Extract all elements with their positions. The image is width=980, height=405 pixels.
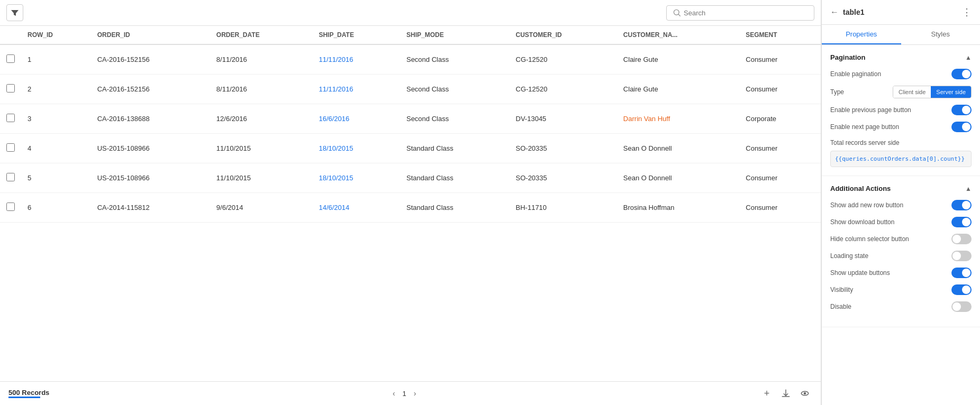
- header-ship-mode[interactable]: SHIP_MODE: [400, 26, 510, 44]
- table-row: 3 CA-2016-138688 12/6/2016 16/6/2016 Sec…: [0, 104, 821, 134]
- blue-bar: [8, 397, 40, 398]
- toolbar: [0, 0, 821, 26]
- tab-properties[interactable]: Properties: [822, 25, 901, 44]
- cell-order-id: CA-2016-152156: [91, 75, 210, 104]
- download-button[interactable]: [778, 386, 793, 401]
- pagination-section-header[interactable]: Pagination ▲: [830, 53, 972, 61]
- cell-row-id: 3: [21, 104, 91, 134]
- show-add-row-toggle[interactable]: [951, 200, 972, 210]
- next-page-button[interactable]: ›: [411, 387, 420, 400]
- cell-ship-date: 14/6/2014: [312, 193, 400, 223]
- show-add-row-row: Show add new row button: [830, 200, 972, 210]
- header-ship-date[interactable]: SHIP_DATE: [312, 26, 400, 44]
- server-side-button[interactable]: Server side: [931, 86, 971, 98]
- cell-order-date: 8/11/2016: [210, 75, 313, 104]
- row-checkbox-cell: [0, 44, 21, 75]
- show-download-label: Show download button: [830, 218, 951, 226]
- show-add-row-slider: [951, 200, 972, 210]
- cell-customer-id: SO-20335: [510, 163, 617, 193]
- cell-customer-name: Claire Gute: [617, 75, 739, 104]
- cell-order-id: CA-2014-115812: [91, 193, 210, 223]
- header-customer-name[interactable]: CUSTOMER_NA...: [617, 26, 739, 44]
- disable-label: Disable: [830, 303, 951, 310]
- additional-actions-header[interactable]: Additional Actions ▲: [830, 185, 972, 192]
- ship-date-link[interactable]: 16/6/2016: [319, 115, 349, 123]
- additional-actions-title: Additional Actions: [830, 185, 891, 192]
- cell-row-id: 1: [21, 44, 91, 75]
- customer-name-text: Claire Gute: [623, 56, 658, 63]
- header-row-id[interactable]: ROW_ID: [21, 26, 91, 44]
- table-body: 1 CA-2016-152156 8/11/2016 11/11/2016 Se…: [0, 44, 821, 223]
- enable-pagination-row: Enable pagination: [830, 69, 972, 79]
- header-checkbox-col: [0, 26, 21, 44]
- cell-customer-name: Claire Gute: [617, 44, 739, 75]
- back-button[interactable]: ←: [830, 7, 839, 17]
- row-checkbox[interactable]: [6, 54, 15, 63]
- cell-customer-name: Sean O Donnell: [617, 163, 739, 193]
- enable-prev-toggle[interactable]: [951, 105, 972, 115]
- filter-button[interactable]: [6, 4, 23, 21]
- cell-ship-date: 16/6/2016: [312, 104, 400, 134]
- pagination-title: Pagination: [830, 53, 865, 61]
- hide-column-selector-row: Hide column selector button: [830, 234, 972, 244]
- header-order-id[interactable]: ORDER_ID: [91, 26, 210, 44]
- show-update-buttons-slider: [951, 268, 972, 278]
- cell-segment: Consumer: [739, 44, 821, 75]
- data-table: ROW_ID ORDER_ID ORDER_DATE SHIP_DATE SHI…: [0, 26, 821, 223]
- main-table-area: ROW_ID ORDER_ID ORDER_DATE SHIP_DATE SHI…: [0, 0, 821, 405]
- show-download-toggle[interactable]: [951, 217, 972, 227]
- row-checkbox[interactable]: [6, 202, 15, 211]
- header-segment[interactable]: SEGMENT: [739, 26, 821, 44]
- show-update-buttons-toggle[interactable]: [951, 268, 972, 278]
- cell-ship-mode: Second Class: [400, 44, 510, 75]
- total-records-input[interactable]: {{queries.countOrders.data[0].count}}: [830, 151, 972, 167]
- search-input[interactable]: [684, 9, 807, 17]
- additional-actions-section: Additional Actions ▲ Show add new row bu…: [822, 176, 980, 327]
- visibility-toggle[interactable]: [951, 284, 972, 295]
- prev-page-button[interactable]: ‹: [389, 387, 398, 400]
- cell-ship-date: 11/11/2016: [312, 44, 400, 75]
- ship-date-link[interactable]: 18/10/2015: [319, 174, 353, 182]
- row-checkbox-cell: [0, 104, 21, 134]
- ship-date-link[interactable]: 14/6/2014: [319, 204, 349, 211]
- pagination-controls: ‹ 1 ›: [389, 387, 420, 400]
- panel-menu-button[interactable]: ⋮: [962, 6, 972, 18]
- table-footer: 500 Records ‹ 1 › +: [0, 381, 821, 405]
- hide-column-selector-toggle[interactable]: [951, 234, 972, 244]
- cell-order-id: CA-2016-138688: [91, 104, 210, 134]
- ship-date-link[interactable]: 18/10/2015: [319, 144, 353, 152]
- enable-prev-row: Enable previous page button: [830, 105, 972, 115]
- row-checkbox[interactable]: [6, 143, 15, 152]
- view-button[interactable]: [797, 386, 812, 401]
- enable-next-toggle[interactable]: [951, 122, 972, 132]
- enable-prev-label: Enable previous page button: [830, 106, 951, 114]
- cell-customer-id: BH-11710: [510, 193, 617, 223]
- loading-state-label: Loading state: [830, 252, 951, 260]
- ship-date-link[interactable]: 11/11/2016: [319, 56, 353, 63]
- hide-column-selector-slider: [951, 234, 972, 244]
- cell-customer-name: Darrin Van Huff: [617, 104, 739, 134]
- filter-icon: [11, 9, 19, 16]
- header-order-date[interactable]: ORDER_DATE: [210, 26, 313, 44]
- row-checkbox[interactable]: [6, 114, 15, 122]
- show-download-slider: [951, 217, 972, 227]
- cell-row-id: 6: [21, 193, 91, 223]
- records-count: 500 Records: [8, 389, 49, 398]
- loading-state-toggle[interactable]: [951, 251, 972, 261]
- table-container: ROW_ID ORDER_ID ORDER_DATE SHIP_DATE SHI…: [0, 26, 821, 381]
- add-row-button[interactable]: +: [759, 386, 774, 401]
- client-side-button[interactable]: Client side: [893, 86, 931, 98]
- type-row: Type Client side Server side: [830, 86, 972, 98]
- row-checkbox[interactable]: [6, 84, 15, 93]
- header-customer-id[interactable]: CUSTOMER_ID: [510, 26, 617, 44]
- enable-pagination-toggle[interactable]: [951, 69, 972, 79]
- tab-styles[interactable]: Styles: [901, 25, 981, 44]
- disable-toggle[interactable]: [951, 301, 972, 312]
- enable-next-label: Enable next page button: [830, 123, 951, 131]
- show-update-buttons-row: Show update buttons: [830, 268, 972, 278]
- cell-order-id: CA-2016-152156: [91, 44, 210, 75]
- ship-date-link[interactable]: 11/11/2016: [319, 85, 353, 93]
- svg-point-4: [804, 393, 806, 394]
- table-header-row: ROW_ID ORDER_ID ORDER_DATE SHIP_DATE SHI…: [0, 26, 821, 44]
- row-checkbox[interactable]: [6, 173, 15, 181]
